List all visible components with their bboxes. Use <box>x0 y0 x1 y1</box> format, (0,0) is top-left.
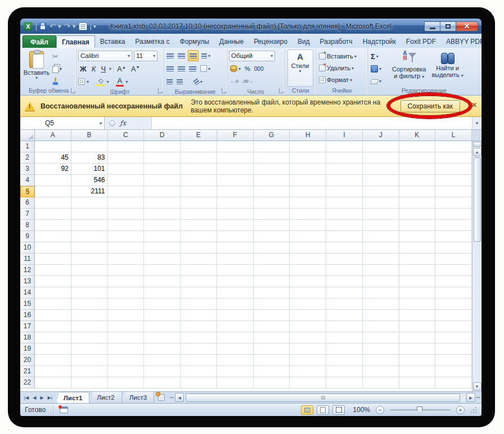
dialog-launcher-icon[interactable] <box>158 88 163 93</box>
font-size-combo[interactable]: 11▾ <box>134 51 158 61</box>
grid-cell[interactable] <box>290 321 326 332</box>
formula-input[interactable] <box>152 117 472 129</box>
message-close-icon[interactable]: ✕ <box>471 101 477 109</box>
grid-cell[interactable]: 546 <box>71 175 108 186</box>
align-center-icon[interactable] <box>178 66 185 71</box>
grid-cell[interactable] <box>71 287 108 299</box>
grid-cell[interactable] <box>144 276 181 287</box>
grid-cell[interactable] <box>435 332 472 343</box>
grid-cell[interactable] <box>181 164 217 175</box>
grid-cell[interactable] <box>363 332 399 343</box>
grid-cell[interactable] <box>363 175 399 186</box>
grid-cell[interactable] <box>290 186 326 197</box>
grid-cell[interactable] <box>144 175 181 186</box>
grid-cell[interactable] <box>108 332 145 343</box>
fill-color-icon[interactable]: ◇ <box>97 77 105 86</box>
grid-cell[interactable]: 45 <box>35 152 71 164</box>
thousands-button[interactable]: 000 <box>253 63 265 74</box>
ribbon-tab[interactable]: Вид <box>292 35 315 48</box>
zoom-slider[interactable] <box>390 409 451 411</box>
grid-cell[interactable] <box>181 186 217 197</box>
grid-cell[interactable] <box>35 310 71 321</box>
zoom-in-icon[interactable]: + <box>456 406 465 414</box>
clear-button[interactable]: ▾ <box>370 75 389 87</box>
grid-cell[interactable] <box>363 220 399 231</box>
format-cells-button[interactable]: Формат▾ <box>318 74 366 85</box>
find-select-button[interactable]: Найти ивыделить ▾ <box>429 49 465 87</box>
grid-cell[interactable] <box>71 343 108 355</box>
grid-cell[interactable] <box>399 355 436 366</box>
grid-cell[interactable] <box>399 220 436 231</box>
grid-cell[interactable] <box>254 152 290 164</box>
grid-cell[interactable] <box>290 287 326 299</box>
grid-cell[interactable] <box>144 141 181 152</box>
grid-cell[interactable] <box>399 299 436 310</box>
undo-icon[interactable]: ↶ ▾ <box>50 22 61 30</box>
grid-cell[interactable] <box>217 332 254 343</box>
grid-cell[interactable] <box>181 332 217 343</box>
grid-cell[interactable] <box>290 366 326 377</box>
grid-cell[interactable] <box>181 310 217 321</box>
ribbon-tab[interactable]: Формулы <box>175 35 214 48</box>
grid-cell[interactable] <box>217 254 254 265</box>
grid-cell[interactable] <box>217 355 254 366</box>
dialog-launcher-icon[interactable] <box>71 88 76 93</box>
row-header[interactable]: 5 <box>20 186 35 197</box>
restore-button[interactable] <box>440 21 456 31</box>
grid-cell[interactable] <box>35 242 71 254</box>
increase-indent-icon[interactable] <box>177 79 183 84</box>
grid-cell[interactable] <box>363 141 399 152</box>
chevron-down-icon[interactable]: ▾ <box>109 67 111 71</box>
underline-button[interactable]: Ч <box>99 65 107 73</box>
grid-cell[interactable] <box>254 299 290 310</box>
column-header[interactable]: J <box>363 130 399 141</box>
grid-cell[interactable] <box>363 164 399 175</box>
merge-center-icon[interactable] <box>200 65 207 72</box>
grid-cell[interactable] <box>254 265 290 276</box>
grid-cell[interactable] <box>217 377 254 388</box>
grid-cell[interactable] <box>35 276 71 287</box>
grid-cell[interactable] <box>254 254 290 265</box>
grid-cell[interactable] <box>399 197 436 209</box>
dialog-launcher-icon[interactable] <box>222 88 227 93</box>
grid-cell[interactable] <box>217 299 254 310</box>
grid-cell[interactable] <box>399 175 436 186</box>
ribbon-tab[interactable]: Разработч <box>315 35 358 48</box>
grid-cell[interactable] <box>435 220 472 231</box>
grid-cell[interactable] <box>217 343 254 355</box>
expand-formula-bar-icon[interactable]: ▼ <box>472 117 482 129</box>
grid-cell[interactable] <box>217 321 254 332</box>
grid-cell[interactable] <box>35 321 71 332</box>
grid-cell[interactable] <box>290 175 326 186</box>
grid-cell[interactable] <box>144 343 181 355</box>
grid-cell[interactable] <box>254 276 290 287</box>
grid-cell[interactable] <box>217 164 254 175</box>
grid-cell[interactable] <box>35 175 71 186</box>
grid-cell[interactable] <box>35 332 71 343</box>
row-header[interactable]: 17 <box>20 321 35 332</box>
grid-cell[interactable] <box>435 209 472 220</box>
copy-icon[interactable] <box>52 66 58 73</box>
grid-cell[interactable] <box>290 343 326 355</box>
grid-cell[interactable] <box>35 366 71 377</box>
number-format-combo[interactable]: Общий▾ <box>229 51 275 61</box>
row-header[interactable]: 16 <box>20 310 35 321</box>
font-family-combo[interactable]: Calibri▾ <box>78 51 132 61</box>
grid-cell[interactable] <box>435 355 472 366</box>
grid-cell[interactable] <box>71 366 108 377</box>
row-header[interactable]: 4 <box>20 175 35 186</box>
column-header[interactable]: B <box>71 130 108 141</box>
tab-split-handle[interactable] <box>170 397 174 398</box>
grid-cell[interactable] <box>435 366 472 377</box>
grid-cell[interactable] <box>217 141 254 152</box>
grid-cell[interactable] <box>399 377 436 388</box>
grid-cell[interactable] <box>399 231 436 242</box>
row-header[interactable]: 8 <box>20 220 35 231</box>
grid-cell[interactable] <box>35 186 71 197</box>
grid-cell[interactable] <box>435 377 472 388</box>
grid-cell[interactable] <box>435 141 472 152</box>
grid-cell[interactable] <box>144 299 181 310</box>
grid-cell[interactable]: 92 <box>35 164 71 175</box>
insert-cells-button[interactable]: Вставить▾ <box>318 51 366 62</box>
grid-cell[interactable] <box>254 287 290 299</box>
